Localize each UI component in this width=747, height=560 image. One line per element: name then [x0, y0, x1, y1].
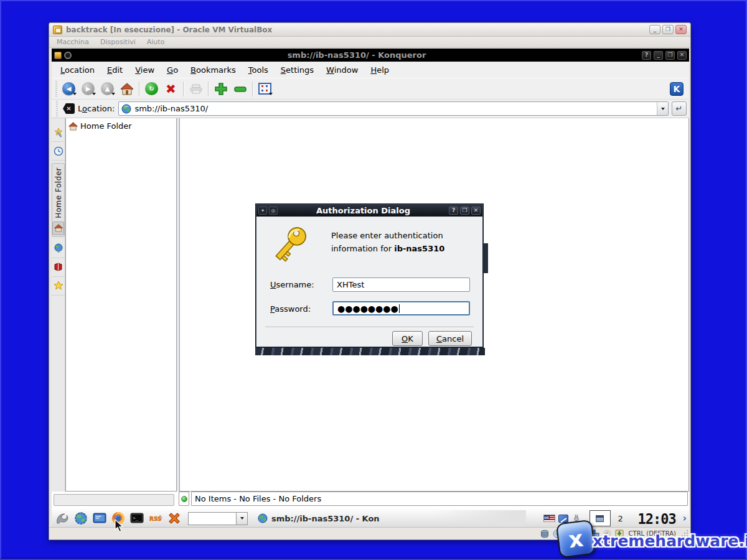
sidebar-tab-label: Home Folder — [54, 167, 63, 218]
launcher-konsole[interactable]: >_ — [128, 510, 145, 527]
tree-item-label: Home Folder — [80, 121, 132, 131]
zoom-out-button[interactable] — [230, 80, 250, 98]
vbox-menu-dispositivi[interactable]: Dispositivi — [100, 38, 136, 46]
ok-button[interactable]: OK — [392, 331, 423, 346]
home-icon — [68, 122, 78, 131]
menu-window[interactable]: Window — [320, 63, 364, 77]
menu-location[interactable]: Location — [54, 63, 101, 77]
vbox-titlebar[interactable]: backtrack [In esecuzione] - Oracle VM Vi… — [49, 23, 690, 37]
menu-edit[interactable]: Edit — [101, 63, 129, 77]
desktop-background: backtrack [In esecuzione] - Oracle VM Vi… — [0, 0, 747, 560]
authorization-dialog: ✦ ◎ Authorization Dialog ? ❐ ✕ — [256, 204, 483, 347]
menu-go[interactable]: Go — [161, 63, 184, 77]
dialog-maximize-button[interactable]: ❐ — [460, 207, 469, 215]
kwin-close-button[interactable]: ✕ — [677, 51, 687, 60]
vbox-minimize-button[interactable]: _ — [649, 25, 660, 34]
location-dropdown-button[interactable] — [657, 102, 668, 115]
dialog-titlebar[interactable]: ✦ ◎ Authorization Dialog ? ❐ ✕ — [256, 205, 482, 217]
kwin-pin-icon[interactable] — [64, 52, 72, 59]
vbox-maximize-button[interactable]: ❐ — [662, 25, 674, 34]
location-input[interactable]: smb://ib-nas5310/ — [118, 101, 669, 116]
password-input[interactable]: ●●●●●●●● — [332, 301, 470, 315]
red-book-icon — [54, 263, 63, 271]
kwin-minimize-button[interactable]: _ — [654, 51, 663, 60]
kwin-app-icon — [54, 52, 62, 59]
kde-globe-icon — [74, 511, 88, 525]
toolbar-drag-handle[interactable] — [55, 81, 57, 97]
stop-button[interactable]: ✖ — [161, 80, 181, 98]
vbox-window-title: backtrack [In esecuzione] - Oracle VM Vi… — [66, 26, 647, 34]
clear-location-icon[interactable]: ✕ — [63, 103, 75, 114]
dialog-shadow-band — [255, 348, 485, 355]
launcher-desktop-share[interactable] — [91, 510, 108, 527]
dialog-pin-icon[interactable]: ◎ — [269, 207, 278, 215]
kwin-help-button[interactable]: ? — [642, 51, 651, 60]
sidebar-button-strip: Home Folder — [52, 118, 65, 492]
view-mode-button[interactable] — [255, 80, 275, 98]
sidebar-network-button[interactable] — [52, 240, 65, 258]
location-toolbar: ✕ Location: smb://ib-nas5310/ ↵ — [52, 100, 689, 118]
print-button[interactable] — [186, 80, 205, 98]
up-button[interactable]: ▲ — [98, 80, 117, 98]
cancel-button[interactable]: Cancel — [428, 331, 472, 346]
status-led-cell — [179, 492, 189, 506]
menu-view[interactable]: View — [129, 63, 161, 77]
vbox-menu-macchina[interactable]: Macchina — [57, 38, 89, 46]
xtremehardware-logo-icon: x — [556, 520, 596, 559]
panel-combobox[interactable] — [188, 512, 248, 525]
watermark-text: xtremehardware.it — [593, 532, 747, 550]
toolbar-separator — [252, 82, 253, 96]
forward-button[interactable]: ▶ — [78, 80, 98, 98]
menu-help[interactable]: Help — [364, 63, 395, 77]
watermark: x xtremehardware.it — [553, 519, 747, 560]
combo-dropdown-button[interactable] — [236, 513, 247, 525]
reload-button[interactable]: ↻ — [142, 80, 161, 98]
taskbar-entry-label: smb://ib-nas5310/ - Kon — [271, 514, 380, 523]
dialog-title: Authorization Dialog — [280, 206, 447, 215]
reload-icon: ↻ — [145, 82, 158, 95]
mouse-cursor — [115, 519, 125, 533]
dialog-help-button[interactable]: ? — [449, 207, 458, 215]
sidebar-root-button[interactable] — [52, 258, 65, 277]
username-input[interactable]: XHTest — [332, 278, 470, 292]
location-value: smb://ib-nas5310/ — [134, 104, 657, 113]
menu-bookmarks[interactable]: Bookmarks — [184, 63, 242, 77]
kwin-maximize-button[interactable]: ❐ — [665, 51, 675, 60]
print-icon — [190, 84, 202, 94]
home-button[interactable] — [117, 80, 136, 98]
launcher-close-x[interactable] — [166, 510, 182, 527]
go-button[interactable]: ↵ — [672, 101, 687, 116]
vbox-menu-aiuto[interactable]: Aiuto — [147, 38, 165, 46]
konqueror-titlebar[interactable]: smb://ib-nas5310/ - Konqueror ? _ ❐ ✕ — [52, 49, 689, 62]
dialog-message: Please enter authentication information … — [331, 230, 479, 256]
sidebar-bookmarks-button[interactable] — [52, 277, 65, 296]
globe-icon — [258, 513, 268, 523]
virtualbox-window: backtrack [In esecuzione] - Oracle VM Vi… — [49, 22, 691, 540]
harddisk-icon[interactable] — [540, 530, 550, 538]
menu-settings[interactable]: Settings — [275, 63, 320, 77]
zoom-out-icon — [233, 82, 247, 96]
sidebar-tab-home-folder[interactable]: Home Folder — [52, 163, 65, 237]
taskbar-entry-konqueror[interactable]: smb://ib-nas5310/ - Kon — [253, 510, 526, 526]
status-text: No Items - No Files - No Folders — [195, 494, 321, 503]
tree-item-home-folder[interactable]: Home Folder — [68, 121, 174, 131]
menu-tools[interactable]: Tools — [242, 63, 275, 77]
launcher-rss[interactable]: RSS — [147, 510, 164, 527]
text-caret — [399, 304, 400, 313]
zoom-in-button[interactable] — [211, 80, 230, 98]
status-text-cell: No Items - No Files - No Folders — [191, 492, 688, 506]
vbox-close-button[interactable]: ✕ — [675, 25, 687, 34]
locbar-drag-handle[interactable] — [56, 101, 58, 117]
dialog-close-button[interactable]: ✕ — [471, 207, 481, 215]
launcher-kde-globe[interactable] — [72, 510, 89, 527]
sidebar-tree-panel: Home Folder — [65, 118, 177, 492]
globe-icon — [121, 104, 131, 114]
back-button[interactable]: ◀ — [59, 80, 78, 98]
toolbar-separator — [183, 82, 184, 96]
password-label: Password: — [270, 304, 311, 314]
konqueror-toolbar: ◀ ▶ ▲ — [52, 78, 689, 100]
sidebar-bookmark-wand-button[interactable] — [52, 123, 65, 142]
kmenu-button[interactable] — [54, 510, 70, 527]
sidebar-history-button[interactable] — [52, 142, 65, 161]
home-folder-icon — [52, 222, 64, 235]
